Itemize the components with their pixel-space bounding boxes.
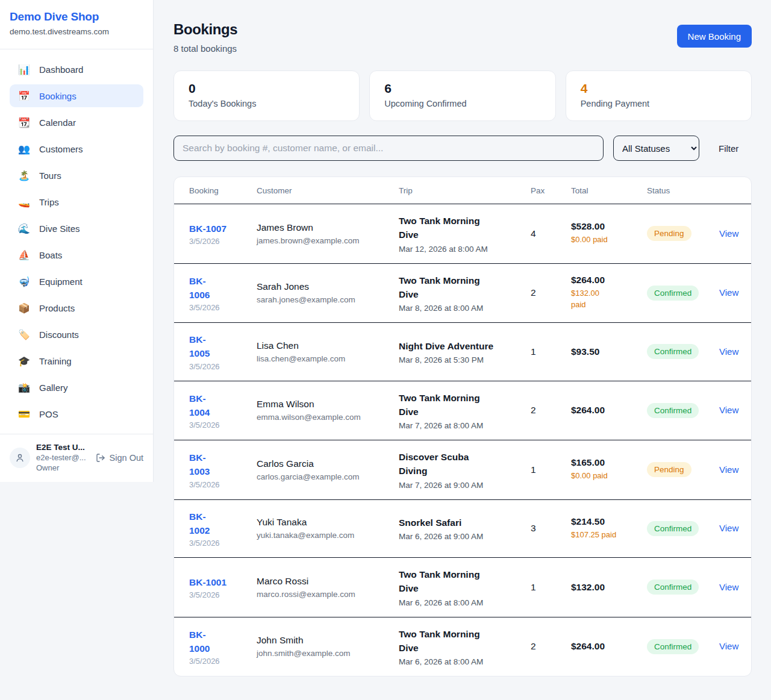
customer-email: emma.wilson@example.com [257, 413, 394, 422]
sidebar-item-customers[interactable]: 👥Customers [10, 137, 143, 160]
trip-datetime: Mar 6, 2026 at 8:00 AM [399, 657, 526, 666]
view-link[interactable]: View [719, 582, 738, 592]
sidebar-item-bookings[interactable]: 📅Bookings [10, 84, 143, 107]
pax-cell: 1 [531, 558, 571, 617]
booking-number-link[interactable]: BK- 1002 [189, 510, 210, 538]
logout-icon [96, 453, 105, 463]
stats-row: 0Today's Bookings6Upcoming Confirmed4Pen… [173, 70, 752, 121]
sidebar-item-products[interactable]: 📦Products [10, 296, 143, 319]
sidebar-item-label: POS [39, 409, 58, 419]
total-cell: $528.00$0.00 paid [571, 204, 647, 264]
stat-card-today-s-bookings: 0Today's Bookings [173, 70, 360, 121]
trip-datetime: Mar 8, 2026 at 8:00 AM [399, 304, 526, 313]
booking-number-link[interactable]: BK-1007 [189, 222, 226, 236]
sidebar-item-label: Dive Sites [39, 223, 80, 234]
paid-amount: $0.00 paid [571, 234, 642, 246]
sidebar-item-label: Gallery [39, 383, 68, 393]
sidebar-item-gallery[interactable]: 📸Gallery [10, 376, 143, 399]
pax-cell: 2 [531, 617, 571, 676]
booking-date: 3/5/2026 [189, 480, 252, 489]
total-amount: $264.00 [571, 275, 642, 286]
sidebar-item-calendar[interactable]: 📆Calendar [10, 111, 143, 134]
view-cell: View [719, 499, 751, 558]
stat-label: Today's Bookings [189, 99, 345, 108]
customer-cell: James Brownjames.brown@example.com [257, 204, 399, 264]
sidebar-item-discounts[interactable]: 🏷️Discounts [10, 323, 143, 346]
customer-name: Lisa Chen [257, 340, 394, 351]
table-row: BK- 10053/5/2026Lisa Chenlisa.chen@examp… [174, 323, 751, 381]
stat-value: 0 [189, 81, 345, 96]
user-info: E2E Test U... e2e-tester@... Owner [36, 443, 90, 472]
view-link[interactable]: View [719, 641, 738, 651]
total-cell: $214.50$107.25 paid [571, 499, 647, 558]
sidebar-item-label: Boats [39, 250, 62, 260]
trip-name: Two Tank Morning Dive [399, 567, 526, 596]
view-link[interactable]: View [719, 464, 738, 475]
sidebar-item-label: Products [39, 303, 75, 313]
customer-cell: Yuki Tanakayuki.tanaka@example.com [257, 499, 399, 558]
status-cell: Confirmed [647, 499, 719, 558]
total-cell: $264.00$132.00 paid [571, 263, 647, 323]
sidebar-item-boats[interactable]: ⛵Boats [10, 243, 143, 266]
total-amount: $264.00 [571, 405, 642, 416]
sign-out-button[interactable]: Sign Out [96, 453, 143, 463]
col-header-pax: Pax [531, 177, 571, 204]
search-input[interactable] [173, 136, 604, 161]
sidebar-item-training[interactable]: 🎓Training [10, 349, 143, 372]
customer-email: marco.rossi@example.com [257, 590, 394, 599]
booking-number-link[interactable]: BK-1001 [189, 575, 226, 589]
sidebar-item-trips[interactable]: 🚤Trips [10, 190, 143, 213]
table-row: BK-10013/5/2026Marco Rossimarco.rossi@ex… [174, 558, 751, 617]
customer-name: John Smith [257, 635, 394, 646]
sidebar-item-label: Training [39, 356, 72, 366]
sidebar: Demo Dive Shop demo.test.divestreams.com… [0, 0, 154, 482]
trip-cell: Two Tank Morning DiveMar 6, 2026 at 8:00… [399, 558, 531, 617]
view-link[interactable]: View [719, 228, 738, 239]
status-badge: Confirmed [647, 286, 699, 301]
status-filter-select[interactable]: All Statuses [613, 136, 699, 161]
trip-name: Two Tank Morning Dive [399, 391, 526, 419]
sidebar-item-label: Tours [39, 170, 61, 181]
booking-number-link[interactable]: BK- 1004 [189, 392, 210, 420]
booking-number-link[interactable]: BK- 1000 [189, 628, 210, 656]
trip-cell: Two Tank Morning DiveMar 6, 2026 at 8:00… [399, 617, 531, 676]
trip-name: Two Tank Morning Dive [399, 627, 526, 655]
speedboat-icon: 🚤 [18, 196, 30, 208]
booking-cell: BK- 10053/5/2026 [174, 323, 257, 381]
sidebar-item-equipment[interactable]: 🤿Equipment [10, 270, 143, 293]
status-badge: Confirmed [647, 639, 699, 654]
booking-number-link[interactable]: BK- 1003 [189, 451, 210, 479]
view-link[interactable]: View [719, 405, 738, 415]
pax-count: 1 [531, 582, 536, 592]
credit-card-icon: 💳 [18, 408, 30, 420]
customer-email: carlos.garcia@example.com [257, 472, 394, 481]
view-link[interactable]: View [719, 346, 738, 357]
trip-cell: Night Dive AdventureMar 8, 2026 at 5:30 … [399, 323, 531, 381]
pax-count: 2 [531, 641, 536, 651]
filter-button[interactable]: Filter [719, 143, 738, 154]
view-link[interactable]: View [719, 523, 738, 533]
stat-label: Pending Payment [581, 99, 737, 108]
island-icon: 🏝️ [18, 170, 30, 181]
booking-date: 3/5/2026 [189, 657, 252, 666]
sidebar-item-dashboard[interactable]: 📊Dashboard [10, 58, 143, 81]
page-title: Bookings [173, 21, 237, 38]
new-booking-button[interactable]: New Booking [677, 25, 752, 48]
paid-amount: $107.25 paid [571, 530, 642, 541]
table-row: BK- 10043/5/2026Emma Wilsonemma.wilson@e… [174, 381, 751, 440]
sidebar-item-label: Customers [39, 144, 83, 154]
table-row: BK-10073/5/2026James Brownjames.brown@ex… [174, 204, 751, 264]
sidebar-item-pos[interactable]: 💳POS [10, 402, 143, 425]
package-icon: 📦 [18, 302, 30, 314]
customer-cell: Sarah Jonessarah.jones@example.com [257, 263, 399, 323]
status-cell: Confirmed [647, 558, 719, 617]
booking-number-link[interactable]: BK- 1005 [189, 333, 210, 361]
booking-number-link[interactable]: BK- 1006 [189, 274, 210, 302]
status-cell: Confirmed [647, 381, 719, 440]
sidebar-item-dive-sites[interactable]: 🌊Dive Sites [10, 217, 143, 240]
bookings-table: Booking Customer Trip Pax Total Status B… [174, 177, 751, 676]
view-link[interactable]: View [719, 287, 738, 298]
sidebar-item-tours[interactable]: 🏝️Tours [10, 164, 143, 187]
table-row: BK- 10063/5/2026Sarah Jonessarah.jones@e… [174, 263, 751, 323]
status-cell: Confirmed [647, 617, 719, 676]
